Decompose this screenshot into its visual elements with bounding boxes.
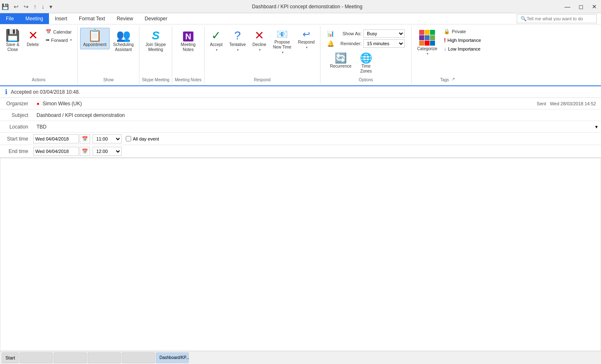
search-bar: 🔍: [517, 14, 597, 23]
sent-value: Wed 28/03/2018 14:52: [550, 101, 596, 106]
tentative-button[interactable]: ? Tentative▾: [226, 28, 249, 54]
respond-label: Respond: [254, 76, 271, 82]
location-dropdown[interactable]: ▾: [592, 124, 601, 130]
accept-button[interactable]: ✓ Accept▾: [207, 28, 226, 54]
tags-label: Tags: [440, 76, 449, 82]
tab-format-text[interactable]: Format Text: [73, 13, 111, 24]
subject-input[interactable]: [37, 112, 598, 118]
high-importance-item[interactable]: ! High Importance: [442, 36, 483, 44]
down-button[interactable]: ↓: [40, 2, 46, 11]
taskbar-btn-3[interactable]: [88, 352, 121, 363]
forward-dropdown-icon: ▾: [70, 38, 72, 42]
up-button[interactable]: ↑: [32, 2, 38, 11]
taskbar-btn-5[interactable]: Dashboard/KP...: [156, 352, 189, 363]
meeting-notes-button[interactable]: N MeetingNotes: [178, 28, 199, 54]
forward-icon: ➡: [46, 37, 49, 43]
save-button[interactable]: 💾: [0, 2, 10, 11]
search-input[interactable]: [527, 16, 593, 21]
taskbar-btn-1[interactable]: [20, 352, 53, 363]
start-button[interactable]: Start: [2, 352, 19, 363]
tags-expand-button[interactable]: ↗: [449, 76, 457, 82]
end-calendar-button[interactable]: 📅: [80, 147, 90, 156]
color-cell-purple: [419, 35, 424, 40]
info-icon: ℹ: [5, 88, 7, 96]
more-button[interactable]: ▾: [48, 2, 54, 11]
end-time-row: End time 📅 12:00 12:30 13:00: [0, 145, 601, 158]
tags-main: Categorize▾ 🔒 Private ! High Importance …: [414, 28, 483, 58]
minimize-button[interactable]: —: [560, 2, 574, 12]
show-as-row: 📊 Show As: Busy Free Tentative Out of Of…: [327, 29, 405, 38]
options-items: 📊 Show As: Busy Free Tentative Out of Of…: [327, 28, 405, 76]
organizer-dot: ●: [37, 101, 39, 107]
appointment-button[interactable]: 📋 Appointment: [80, 28, 109, 49]
tab-developer[interactable]: Developer: [139, 13, 173, 24]
restore-button[interactable]: ◻: [574, 2, 588, 12]
save-close-button[interactable]: 💾 Save &Close: [2, 28, 23, 54]
organizer-value: ● Simon Wiles (UK): [33, 99, 537, 108]
accept-dropdown-icon: ▾: [216, 48, 217, 52]
time-zones-button[interactable]: 🌐 TimeZones: [357, 51, 375, 76]
calendar-button[interactable]: 📅 Calendar: [43, 28, 75, 36]
tab-file[interactable]: File: [0, 13, 20, 24]
close-button[interactable]: ✕: [588, 2, 601, 12]
start-time-select[interactable]: 11:00 11:30 12:00: [93, 134, 122, 143]
ribbon-group-meeting-notes: N MeetingNotes Meeting Notes: [172, 26, 204, 84]
meeting-body[interactable]: [0, 158, 601, 364]
skype-icon: S: [152, 30, 160, 41]
save-close-icon: 💾: [5, 30, 20, 41]
recurrence-button[interactable]: 🔄 Recurrence: [327, 51, 354, 76]
end-time-select[interactable]: 12:00 12:30 13:00: [93, 147, 122, 156]
color-cell-darkblue: [430, 41, 435, 46]
taskbar-btn-2[interactable]: [54, 352, 87, 363]
private-item[interactable]: 🔒 Private: [442, 28, 483, 35]
skype-meeting-label: Skype Meeting: [142, 76, 169, 82]
all-day-checkbox[interactable]: [126, 136, 131, 141]
tab-insert[interactable]: Insert: [49, 13, 73, 24]
tab-meeting[interactable]: Meeting: [20, 13, 49, 24]
join-skype-button[interactable]: S Join SkypeMeeting: [143, 28, 169, 54]
show-as-select[interactable]: Busy Free Tentative Out of Office: [363, 29, 405, 38]
end-date-input[interactable]: [33, 147, 79, 156]
skype-items: S Join SkypeMeeting: [143, 28, 169, 76]
delete-button[interactable]: ✕ Delete: [24, 28, 42, 49]
ribbon-group-respond: ✓ Accept▾ ? Tentative▾ ✕ Decline▾ 📧 Prop…: [205, 26, 320, 84]
high-importance-icon: !: [444, 37, 446, 44]
calendar-icon: 📅: [46, 29, 51, 34]
decline-button[interactable]: ✕ Decline▾: [249, 28, 269, 54]
undo-button[interactable]: ↩: [12, 2, 20, 11]
accept-icon: ✓: [211, 30, 221, 41]
window-controls: — ◻ ✕: [560, 2, 601, 12]
tab-review[interactable]: Review: [111, 13, 139, 24]
categorize-button[interactable]: Categorize▾: [414, 28, 440, 58]
end-label: End time: [0, 147, 33, 156]
actions-items: 💾 Save &Close ✕ Delete 📅 Calendar ➡ Forw…: [2, 28, 75, 76]
show-items: 📋 Appointment 👥 SchedulingAssistant: [80, 28, 137, 76]
ribbon-group-actions: 💾 Save &Close ✕ Delete 📅 Calendar ➡ Forw…: [0, 26, 78, 84]
location-input[interactable]: [37, 124, 589, 130]
show-as-icon: 📊: [327, 30, 334, 37]
window-title: Dashboard / KPI concept demonstration - …: [54, 4, 560, 10]
ribbon: 💾 Save &Close ✕ Delete 📅 Calendar ➡ Forw…: [0, 24, 601, 85]
scheduling-button[interactable]: 👥 SchedulingAssistant: [110, 28, 137, 54]
organizer-label: Organizer: [0, 99, 33, 108]
color-cell-blue: [425, 35, 430, 40]
start-date-input[interactable]: [33, 134, 79, 143]
scheduling-icon: 👥: [116, 30, 131, 41]
time-zones-icon: 🌐: [360, 53, 372, 63]
tentative-icon: ?: [234, 30, 241, 41]
taskbar: Start Dashboard/KP...: [0, 351, 601, 364]
importance-group: 🔒 Private ! High Importance ↓ Low Import…: [442, 28, 483, 58]
propose-button[interactable]: 📧 ProposeNew Time▾: [270, 28, 294, 57]
onenote-icon: N: [183, 30, 193, 41]
meeting-notes-label: Meeting Notes: [175, 76, 201, 82]
taskbar-btn-4[interactable]: [122, 352, 155, 363]
low-importance-item[interactable]: ↓ Low Importance: [442, 45, 483, 53]
tags-label-row: Tags ↗: [440, 76, 457, 82]
color-cell-darkorange: [419, 41, 424, 46]
redo-button[interactable]: ↪: [22, 2, 30, 11]
respond-button[interactable]: ↩ Respond▾: [295, 28, 318, 52]
decline-icon: ✕: [254, 30, 264, 41]
start-calendar-button[interactable]: 📅: [80, 134, 90, 143]
forward-button[interactable]: ➡ Forward ▾: [43, 36, 75, 44]
reminder-select[interactable]: 15 minutes 5 minutes 30 minutes 1 hour N…: [363, 39, 405, 48]
